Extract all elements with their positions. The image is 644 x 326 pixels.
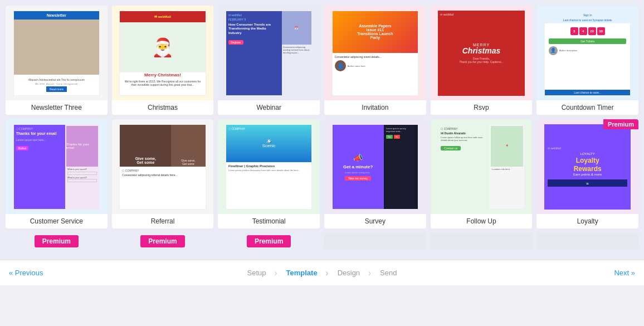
template-card-testimonial[interactable]: ⬡ COMPANY 🏔️Scenic Finelliner | Graphic … (218, 119, 320, 228)
christmas-header: ✉ webMail (120, 11, 205, 22)
template-grid-row1: Newsletter Aliquam Adolesceebat abt Trio… (6, 6, 638, 115)
premium-cell-3: Premium (218, 233, 320, 250)
survey-side: Lorem ipsum survey response area... Yes … (384, 125, 418, 209)
rsvp-title: Christmas (459, 47, 503, 55)
send-label: Send (380, 269, 397, 277)
next-label: Next » (614, 269, 635, 277)
nav-step-template[interactable]: Template (276, 269, 328, 277)
template-card-follow-up[interactable]: ⬡ COMPANY Hi Dustin Alvarado Lorem ipsum… (431, 119, 533, 228)
customer-main: ⬡ COMPANY Thanks for your email Lorem ip… (14, 125, 65, 209)
template-label-referral: Referral (112, 214, 214, 228)
nav-steps: Setup Template Design Send (237, 269, 407, 277)
webinar-main: ✉ webMail FEBRUARY 8 How Consumer Trends… (226, 11, 282, 95)
premium-cell-4 (324, 233, 426, 250)
template-card-newsletter-three[interactable]: Newsletter Aliquam Adolesceebat abt Trio… (6, 6, 108, 115)
premium-cell-5 (431, 233, 533, 250)
template-grid-row2: ⬡ COMPANY Thanks for your email Lorem ip… (6, 119, 638, 228)
template-label-newsletter-three: Newsletter Three (6, 100, 108, 115)
webinar-side: 📅 Consectetur adipiscing reading content… (282, 11, 312, 95)
next-button[interactable]: Next » (605, 260, 644, 285)
invitation-title: Assemble PapersIssue #11Transitions Laun… (356, 23, 394, 41)
prev-button[interactable]: « Previous (0, 260, 52, 285)
template-label-webinar: Webinar (218, 100, 320, 115)
template-label-christmas: Christmas (112, 100, 214, 115)
premium-btn-1[interactable]: Premium (35, 235, 79, 247)
christmas-santa-icon: 🎅 (152, 37, 174, 58)
design-label: Design (338, 269, 360, 277)
template-label-loyalty: Loyalty (536, 214, 638, 228)
premium-btn-2[interactable]: Premium (140, 235, 184, 247)
followup-main: ⬡ COMPANY Hi Dustin Alvarado Lorem ipsum… (438, 125, 490, 209)
testimonial-image: ⬡ COMPANY 🏔️Scenic (226, 125, 311, 163)
template-label-survey: Survey (324, 214, 426, 228)
followup-side: 📍 Location info here (490, 125, 524, 209)
template-label-follow-up: Follow Up (431, 214, 533, 228)
premium-btn-3[interactable]: Premium (247, 235, 291, 247)
loyalty-title: LoyaltyRewards (574, 157, 602, 173)
webinar-title: How Consumer Trends are Transforming the… (228, 23, 280, 36)
invitation-top: Assemble PapersIssue #11Transitions Laun… (333, 11, 418, 53)
countdown-numbers: 3 4 20 38 (547, 27, 628, 35)
countdown-header: Sign In Last chance to save on Synapse t… (545, 11, 630, 23)
premium-row: Premium Premium Premium (6, 233, 638, 250)
template-label-customer-service: Customer Service (6, 214, 108, 228)
template-card-rsvp[interactable]: ✉ webMail MERRY Christmas Dear Friends,T… (431, 6, 533, 115)
template-card-christmas[interactable]: ✉ webMail 🎅 Merry Christmas! We're right… (112, 6, 214, 115)
premium-cell-1: Premium (6, 233, 108, 250)
premium-cell-2: Premium (112, 233, 214, 250)
template-label-testimonial: Testimonial (218, 214, 320, 228)
template-label-rsvp: Rsvp (431, 100, 533, 115)
template-card-referral[interactable]: Give some,Get some Give some,Get some ⬡ … (112, 119, 214, 228)
rsvp-content: MERRY Christmas Dear Friends,Thank you f… (459, 43, 503, 64)
nav-step-send[interactable]: Send (370, 269, 407, 277)
testimonial-body: Finelliner | Graphic Precision Lorem ips… (226, 162, 311, 208)
setup-label: Setup (247, 269, 266, 277)
survey-title: Get a minute? (343, 164, 373, 169)
nav-step-setup[interactable]: Setup (237, 269, 276, 277)
bottom-nav: « Previous Setup Template Design Send Ne… (0, 260, 644, 285)
template-label-countdown: Countdown Timer (536, 100, 638, 115)
survey-main: 📣 Get a minute? Lorem ipsum survey text.… (333, 125, 384, 209)
template-card-customer-service[interactable]: ⬡ COMPANY Thanks for your email Lorem ip… (6, 119, 108, 228)
christmas-title: Merry Christmas! (120, 72, 205, 77)
countdown-body: 3 4 20 38 Get Tickets 👤 Author descripti… (545, 23, 630, 90)
premium-cell-6 (536, 233, 638, 250)
newsletter-footer: Aliquam Adolesceebat abt Trio fa conspic… (14, 75, 99, 95)
invitation-body: Consectetur adipiscing event details... … (333, 53, 418, 74)
nav-step-design[interactable]: Design (328, 269, 370, 277)
loyalty-subtitle: Earn points & more (573, 173, 602, 176)
template-card-countdown[interactable]: Sign In Last chance to save on Synapse t… (536, 6, 638, 115)
template-card-invitation[interactable]: Assemble PapersIssue #11Transitions Laun… (324, 6, 426, 115)
customer-side: Thanks for your email What is your quest… (65, 125, 99, 209)
template-card-webinar[interactable]: ✉ webMail FEBRUARY 8 How Consumer Trends… (218, 6, 320, 115)
newsletter-header: Newsletter (14, 11, 99, 20)
template-label-invitation: Invitation (324, 100, 426, 115)
prev-label: « Previous (9, 269, 43, 277)
premium-badge-loyalty: Premium (603, 119, 638, 129)
template-label: Template (286, 269, 318, 277)
template-card-loyalty[interactable]: Premium ✉ webMail LOYALTY LoyaltyRewards… (536, 119, 638, 228)
main-content: Newsletter Aliquam Adolesceebat abt Trio… (0, 0, 644, 260)
webinar-date: FEBRUARY 8 (228, 18, 280, 21)
template-card-survey[interactable]: 📣 Get a minute? Lorem ipsum survey text.… (324, 119, 426, 228)
christmas-text: We're right there at 2013. We Recognize … (120, 77, 205, 89)
